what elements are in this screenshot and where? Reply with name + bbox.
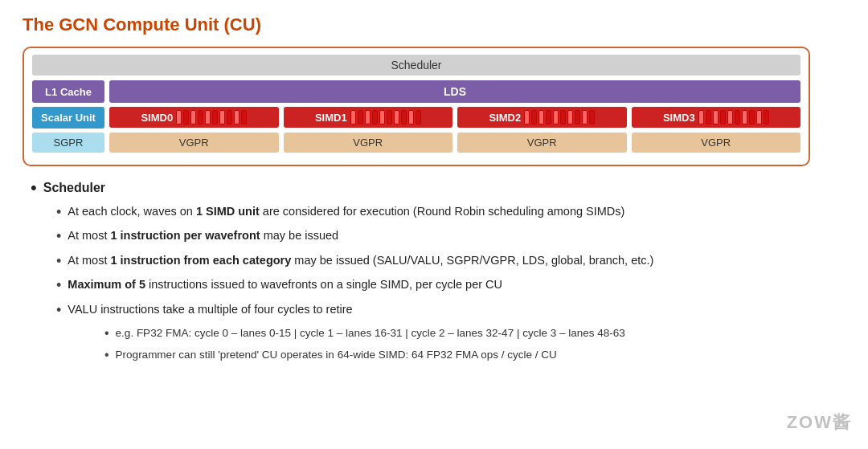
bullet-fp32-example: • e.g. FP32 FMA: cycle 0 – lanes 0-15 | … <box>104 325 818 342</box>
simd1-label: SIMD1 <box>315 112 347 124</box>
pipe <box>575 110 580 124</box>
simd3-pipes <box>698 110 769 124</box>
page-title: The GCN Compute Unit (CU) <box>23 14 845 35</box>
pipe <box>756 110 762 124</box>
bullet-simd-unit: • At each clock, waves on 1 SIMD unit ar… <box>56 203 818 222</box>
pipe <box>241 110 247 124</box>
simd2-block: SIMD2 <box>457 107 627 129</box>
vgpr0-block: VGPR <box>109 133 279 153</box>
pipe <box>350 110 356 124</box>
simd2-top: SIMD2 <box>457 107 627 128</box>
bullet-dot-l3: • <box>104 347 109 364</box>
pipe <box>212 110 218 124</box>
pipe <box>408 110 414 124</box>
simd1-pipes <box>350 110 421 124</box>
pipe <box>589 110 595 124</box>
bullet-max-5: • Maximum of 5 instructions issued to wa… <box>56 276 818 295</box>
lds-block: LDS <box>109 80 800 103</box>
pipe <box>183 110 189 124</box>
diagram-container: Scheduler L1 Cache LDS Scalar Unit SIMD0 <box>23 47 810 166</box>
bullet-max-5-text: Maximum of 5 instructions issued to wave… <box>68 276 502 294</box>
scheduler-bar: Scheduler <box>32 55 800 76</box>
bullet-dot: • <box>56 276 61 295</box>
pipe <box>749 110 755 124</box>
simd0-top: SIMD0 <box>109 107 279 128</box>
bullet-instruction-category-text: At most 1 instruction from each category… <box>68 252 653 270</box>
vgpr3-block: VGPR <box>632 133 801 153</box>
pipe <box>560 110 566 124</box>
simd3-label: SIMD3 <box>663 112 695 124</box>
vgpr2-block: VGPR <box>457 133 627 153</box>
bullet-instruction-per-wavefront: • At most 1 instruction per wavefront ma… <box>56 227 818 246</box>
pipe <box>176 110 182 124</box>
simd0-block: SIMD0 <box>109 107 279 129</box>
l1-cache-block: L1 Cache <box>32 80 104 103</box>
simd3-top: SIMD3 <box>632 107 801 128</box>
pipe <box>727 110 733 124</box>
pipe <box>538 110 544 124</box>
pipe <box>546 110 551 124</box>
pipe <box>531 110 537 124</box>
pipe <box>567 110 573 124</box>
bullet-fp32-example-text: e.g. FP32 FMA: cycle 0 – lanes 0-15 | cy… <box>116 325 625 341</box>
simd1-top: SIMD1 <box>284 107 453 128</box>
pipe <box>394 110 399 124</box>
pipe <box>198 110 203 124</box>
simd2-label: SIMD2 <box>489 112 521 124</box>
sgpr-block: SGPR <box>32 133 104 153</box>
bullet-dot: • <box>56 252 61 271</box>
watermark: ZOW酱 <box>787 410 852 435</box>
sub-bullets-valu: • e.g. FP32 FMA: cycle 0 – lanes 0-15 | … <box>82 325 818 364</box>
bullet-valu-cycles-text: VALU instructions take a multiple of fou… <box>68 301 352 319</box>
pipe <box>358 110 363 124</box>
scalar-unit-block: Scalar Unit <box>32 107 104 129</box>
content-section: • Scheduler • At each clock, waves on 1 … <box>23 181 818 364</box>
pipe <box>219 110 225 124</box>
pipe <box>713 110 719 124</box>
pipe <box>524 110 530 124</box>
pipe <box>698 110 704 124</box>
pipe <box>416 110 421 124</box>
pipe <box>553 110 559 124</box>
pipe <box>387 110 392 124</box>
pipe <box>706 110 711 124</box>
pipe <box>720 110 726 124</box>
simd1-block: SIMD1 <box>284 107 453 129</box>
simd0-pipes <box>176 110 247 124</box>
simd2-pipes <box>524 110 595 124</box>
row-sgpr-vgprs: SGPR VGPR VGPR VGPR VGPR <box>32 133 800 153</box>
row-scalar-simds: Scalar Unit SIMD0 <box>32 107 800 129</box>
pipe <box>401 110 407 124</box>
scheduler-heading-bullet: • Scheduler <box>31 181 818 197</box>
bullet-valu-cycles: • VALU instructions take a multiple of f… <box>56 301 818 320</box>
bullet-dot: • <box>56 227 61 246</box>
bullet-dot: • <box>56 203 61 222</box>
simd3-block: SIMD3 <box>632 107 801 129</box>
vgpr1-block: VGPR <box>284 133 453 153</box>
bullet-dot: • <box>56 301 61 320</box>
pipe <box>365 110 371 124</box>
bullet-instruction-category: • At most 1 instruction from each catego… <box>56 252 818 271</box>
pipe <box>764 110 769 124</box>
pipe <box>234 110 240 124</box>
pipe <box>742 110 747 124</box>
pipe <box>190 110 196 124</box>
pipe <box>372 110 378 124</box>
row-l1-lds: L1 Cache LDS <box>32 80 800 103</box>
pipe <box>735 110 740 124</box>
pipe <box>379 110 385 124</box>
pipe <box>582 110 588 124</box>
bullet-pretend-simd-text: Programmer can still 'pretend' CU operat… <box>116 347 557 363</box>
pipe <box>227 110 232 124</box>
bullet-pretend-simd: • Programmer can still 'pretend' CU oper… <box>104 347 818 364</box>
sub-bullets-main: • At each clock, waves on 1 SIMD unit ar… <box>56 203 818 364</box>
bullet-simd-unit-text: At each clock, waves on 1 SIMD unit are … <box>68 203 624 221</box>
bullet-instruction-per-wavefront-text: At most 1 instruction per wavefront may … <box>68 227 338 245</box>
scheduler-heading-label: Scheduler <box>43 181 105 195</box>
bullet-dot-l1: • <box>31 179 37 197</box>
pipe <box>205 110 211 124</box>
simd0-label: SIMD0 <box>141 112 173 124</box>
bullet-dot-l3: • <box>104 325 109 342</box>
